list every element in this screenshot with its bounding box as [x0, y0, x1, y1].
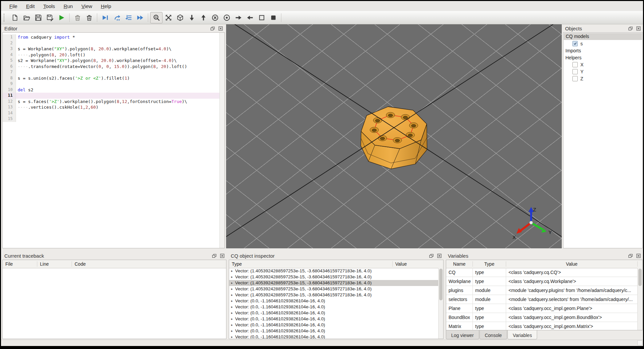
expand-arrow-icon[interactable]: ▸ [231, 298, 233, 304]
float-panel-button[interactable] [210, 26, 215, 31]
tab-log-viewer[interactable]: Log viewer [446, 330, 479, 339]
view-back-button[interactable] [221, 12, 232, 23]
viewport-3d[interactable]: Z X Y [226, 24, 562, 248]
inspector-row[interactable]: ▸Vector: (0.0, -1.1604610293826104e-16, … [229, 334, 439, 339]
debug-delete-button[interactable] [72, 12, 83, 23]
open-file-button[interactable] [21, 12, 32, 23]
menu-tools[interactable]: Tools [39, 2, 59, 11]
tree-group-imports[interactable]: Imports [563, 47, 642, 54]
shaded-button[interactable] [267, 12, 279, 23]
close-panel-button[interactable] [636, 26, 641, 31]
close-panel-button[interactable] [219, 253, 225, 258]
expand-arrow-icon[interactable]: ▸ [231, 292, 233, 298]
tab-console[interactable]: Console [480, 330, 507, 339]
helper-y-checkbox[interactable] [572, 69, 578, 74]
column-header-line[interactable]: Line [37, 261, 72, 267]
variable-row[interactable]: Planetype<class 'cadquery.occ_impl.geom.… [446, 304, 638, 313]
toolbar-drag-handle[interactable] [4, 14, 6, 22]
save-button[interactable] [32, 12, 44, 23]
run-button[interactable] [56, 12, 67, 23]
menu-edit[interactable]: Edit [22, 2, 39, 11]
column-header-name[interactable]: Name [446, 261, 473, 267]
tree-item-model-s[interactable]: s [563, 40, 642, 47]
close-panel-button[interactable] [218, 26, 223, 31]
column-header-type[interactable]: Type [473, 261, 506, 267]
variable-row[interactable]: pluginsmodule<module 'cadquery.plugins' … [446, 286, 638, 295]
save-as-button[interactable] [44, 12, 56, 23]
scrollbar-thumb[interactable] [638, 269, 642, 286]
inspector-row[interactable]: ▸Vector: (0.0, -1.1604610293826104e-16, … [229, 298, 439, 304]
variable-row[interactable]: Workplanetype<class 'cadquery.cq.Workpla… [446, 277, 638, 286]
float-panel-button[interactable] [211, 253, 217, 258]
close-panel-button[interactable] [437, 253, 442, 258]
fit-view-button[interactable] [150, 12, 162, 23]
float-panel-button[interactable] [628, 253, 633, 258]
inspector-row[interactable]: ▸Vector: (0.0, -1.1604610293826104e-16, … [229, 328, 439, 334]
tree-group-helpers[interactable]: Helpers [563, 54, 642, 61]
code-editor[interactable]: 1from cadquery import *23s = Workplane("… [2, 32, 225, 248]
step-next-button[interactable] [99, 12, 111, 23]
new-file-button[interactable] [9, 12, 21, 23]
column-header-code[interactable]: Code [72, 261, 226, 267]
editor-scrollbar[interactable] [219, 33, 224, 248]
inspector-row[interactable]: ▸Vector: (1.4053924288597253e-15, -3.680… [229, 292, 439, 298]
view-top-button[interactable] [197, 12, 209, 23]
view-bottom-button[interactable] [186, 12, 197, 23]
menu-help[interactable]: Help [97, 2, 116, 11]
view-right-button[interactable] [232, 12, 244, 23]
inspector-row[interactable]: ▸Vector: (1.4053924288597253e-15, -3.680… [229, 274, 439, 280]
expand-arrow-icon[interactable]: ▸ [231, 334, 233, 339]
expand-arrow-icon[interactable]: ▸ [231, 316, 233, 322]
view-left-button[interactable] [244, 12, 256, 23]
view-front-button[interactable] [209, 12, 221, 23]
inspector-row[interactable]: ▸Vector: (0.0, -1.1604610293826104e-16, … [229, 322, 439, 328]
variable-row[interactable]: selectorsmodule<module 'cadquery.selecto… [446, 295, 638, 304]
inspector-row[interactable]: ▸Vector: (0.0, -1.1604610293826104e-16, … [229, 316, 439, 322]
expand-arrow-icon[interactable]: ▸ [231, 286, 233, 292]
close-panel-button[interactable] [636, 253, 641, 258]
variable-row[interactable]: CQtype<class 'cadquery.cq.CQ'> [446, 268, 638, 277]
menu-file[interactable]: File [5, 2, 22, 11]
inspector-scrollbar[interactable] [438, 268, 443, 339]
column-header-file[interactable]: File [3, 261, 37, 267]
inspector-row[interactable]: ▸Vector: (1.4053924288597253e-15, -3.680… [229, 280, 439, 286]
inspector-row[interactable]: ▸Vector: (0.0, -1.1604610293826104e-16, … [229, 310, 439, 316]
tab-variables[interactable]: Variables [507, 330, 537, 339]
column-header-value[interactable]: Value [393, 261, 443, 267]
expand-arrow-icon[interactable]: ▸ [231, 280, 233, 286]
scrollbar-thumb[interactable] [439, 269, 443, 300]
float-panel-button[interactable] [628, 26, 633, 31]
tree-item-helper-y[interactable]: Y [563, 68, 642, 75]
menu-run[interactable]: Run [59, 2, 77, 11]
inspector-row[interactable]: ▸Vector: (1.4053924288597253e-15, -3.680… [229, 268, 439, 274]
column-header-type[interactable]: Type [229, 261, 393, 267]
step-return-button[interactable] [123, 12, 134, 23]
expand-arrow-icon[interactable]: ▸ [231, 310, 233, 316]
inspector-row[interactable]: ▸Vector: (0.0, -1.1604610293826104e-16, … [229, 304, 439, 310]
fit-all-button[interactable] [162, 12, 174, 23]
float-panel-button[interactable] [429, 253, 434, 258]
tree-item-helper-x[interactable]: X [563, 61, 642, 68]
expand-arrow-icon[interactable]: ▸ [231, 268, 233, 274]
expand-arrow-icon[interactable]: ▸ [231, 328, 233, 334]
variables-scrollbar[interactable] [637, 268, 642, 330]
inspector-row[interactable]: ▸Vector: (1.4053924288597253e-15, -3.680… [229, 286, 439, 292]
helper-z-checkbox[interactable] [572, 76, 578, 81]
wireframe-button[interactable] [256, 12, 267, 23]
expand-arrow-icon[interactable]: ▸ [231, 322, 233, 328]
model-s-checkbox[interactable] [572, 41, 578, 46]
column-header-value[interactable]: Value [506, 261, 638, 267]
menu-view[interactable]: View [77, 2, 97, 11]
expand-arrow-icon[interactable]: ▸ [231, 274, 233, 280]
cad-model[interactable] [351, 98, 437, 171]
helper-x-checkbox[interactable] [572, 62, 578, 67]
variable-row[interactable]: BoundBoxtype<class 'cadquery.occ_impl.ge… [446, 313, 638, 322]
continue-button[interactable] [134, 12, 146, 23]
variable-row[interactable]: Matrixtype<class 'cadquery.occ_impl.geom… [446, 322, 638, 330]
tree-group-cq-models[interactable]: CQ models [564, 33, 642, 40]
debug-delete-all-button[interactable] [83, 12, 95, 23]
resize-grip[interactable] [637, 340, 642, 345]
expand-arrow-icon[interactable]: ▸ [231, 304, 233, 310]
step-into-button[interactable] [111, 12, 123, 23]
tree-item-helper-z[interactable]: Z [563, 75, 642, 82]
